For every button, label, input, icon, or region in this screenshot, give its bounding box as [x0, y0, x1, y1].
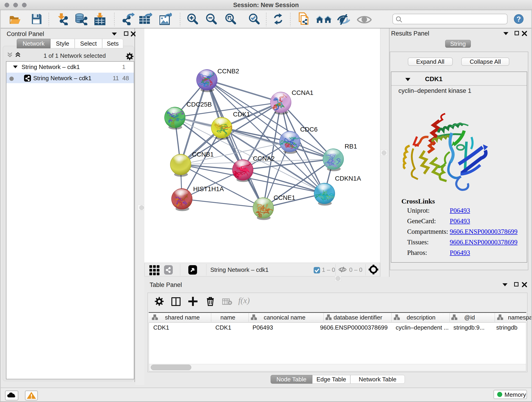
svg-text:CCNA1: CCNA1 — [292, 89, 313, 96]
svg-text:CDK1: CDK1 — [233, 111, 250, 118]
svg-text:CDKN1A: CDKN1A — [335, 175, 361, 182]
svg-text:CCNB2: CCNB2 — [217, 68, 239, 75]
svg-text:RB1: RB1 — [345, 143, 357, 150]
svg-text:CCNE1: CCNE1 — [273, 194, 295, 201]
svg-text:CCNB1: CCNB1 — [192, 151, 214, 158]
svg-text:CDC6: CDC6 — [300, 126, 317, 133]
svg-text:CCNA2: CCNA2 — [253, 155, 275, 162]
svg-text:CDC25B: CDC25B — [186, 101, 212, 108]
svg-text:HIST1H1A: HIST1H1A — [193, 185, 224, 192]
